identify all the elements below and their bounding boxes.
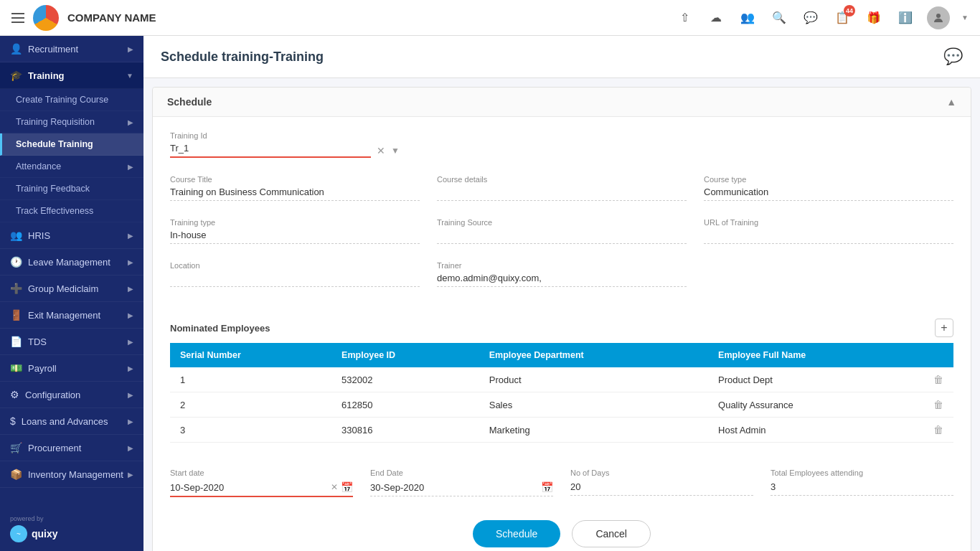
url-field: URL of Training [704,218,953,244]
config-icon: ⚙ [10,389,19,400]
sidebar-item-loans[interactable]: $ Loans and Advances ▶ [0,408,143,435]
table-header-row: Nominated Employees + [170,319,953,337]
cell-delete[interactable]: 🗑 [923,392,953,418]
trainer-value: demo.admin@quixy.com, [437,273,687,287]
training-type-value: In-house [170,230,420,244]
col-dept: Employee Department [479,343,708,367]
training-id-section: Training Id ✕ ▼ [170,131,953,158]
location-field: Location [170,261,420,287]
cell-delete[interactable]: 🗑 [923,367,953,392]
sidebar-item-inventory[interactable]: 📦 Inventory Management ▶ [0,461,143,488]
start-date-wrap: ✕ 📅 [170,481,353,497]
sidebar-label-exit: Exit Management [28,310,100,321]
cell-serial: 1 [170,367,331,392]
chevron-med-icon: ▶ [128,285,133,293]
chevron-leave-icon: ▶ [128,258,133,266]
hris-icon: 👥 [10,230,22,241]
quixy-logo: ~ quixy [10,525,133,542]
delete-row-icon[interactable]: 🗑 [933,374,943,385]
training-type-field: Training type In-house [170,218,420,244]
upload-icon[interactable]: ⇧ [674,8,694,28]
cell-empid: 612850 [331,392,479,418]
page-title: Schedule training-Training [161,50,324,65]
svg-point-0 [936,14,941,18]
training-id-row: ✕ ▼ [170,143,953,158]
chevron-payroll-icon: ▶ [128,364,133,372]
start-date-clear-icon[interactable]: ✕ [331,482,338,492]
chat-icon[interactable]: 💬 [801,8,821,28]
notifications-icon[interactable]: 📋 44 [832,8,852,28]
section-header: Schedule ▲ [153,88,971,117]
collapse-icon[interactable]: ▲ [946,96,956,108]
sidebar-item-training-req[interactable]: Training Requisition ▶ [0,111,143,133]
cell-name: Product Dept [708,367,923,392]
trainer-label: Trainer [437,261,687,270]
sidebar-item-mediclaim[interactable]: ➕ Group Mediclaim ▶ [0,276,143,302]
tds-icon: 📄 [10,336,22,347]
sidebar-item-track-effectiveness[interactable]: Track Effectiveness [0,200,143,222]
sidebar-item-schedule-training[interactable]: Schedule Training [0,133,143,156]
total-employees-value: 3 [771,481,953,496]
hamburger-menu[interactable] [11,13,24,23]
start-date-input[interactable] [170,482,328,493]
inventory-icon: 📦 [10,468,22,480]
no-of-days-value: 20 [570,481,753,496]
sidebar-item-procurement[interactable]: 🛒 Procurement ▶ [0,435,143,461]
start-date-label: Start date [170,468,353,477]
sidebar-item-training-feedback[interactable]: Training Feedback [0,178,143,200]
chat-bubble-icon[interactable]: 💬 [943,47,963,66]
col-serial: Serial Number [170,343,331,367]
schedule-button[interactable]: Schedule [473,520,560,547]
sidebar: 👤 Recruitment ▶ 🎓 Training ▼ Create Trai… [0,36,143,551]
no-of-days-field: No of Days 20 [570,468,753,496]
sidebar-label-track-effectiveness: Track Effectiveness [16,206,93,216]
cell-delete[interactable]: 🗑 [923,418,953,443]
training-id-clear-btn[interactable]: ✕ [377,145,385,156]
delete-row-icon[interactable]: 🗑 [933,399,943,410]
training-icon: 🎓 [10,70,22,81]
user-dropdown-icon[interactable]: ▼ [961,14,969,22]
training-id-dropdown-btn[interactable]: ▼ [391,146,400,156]
sidebar-label-attendance: Attendance [16,161,61,171]
url-value [704,230,953,244]
sidebar-item-training[interactable]: 🎓 Training ▼ [0,62,143,89]
end-date-input[interactable] [370,482,538,493]
cloud-icon[interactable]: ☁ [706,8,726,28]
course-type-field: Course type Communication [704,175,953,201]
end-date-wrap: 📅 [370,481,553,496]
employees-table: Serial Number Employee ID Employee Depar… [170,343,953,443]
col-name: Employee Full Name [708,343,923,367]
end-date-calendar-icon[interactable]: 📅 [541,481,553,493]
sidebar-item-leave[interactable]: 🕐 Leave Management ▶ [0,249,143,276]
cell-serial: 3 [170,418,331,443]
sidebar-item-attendance[interactable]: Attendance ▶ [0,156,143,178]
sidebar-item-recruitment[interactable]: 👤 Recruitment ▶ [0,36,143,62]
search-icon[interactable]: 🔍 [769,8,789,28]
sidebar-item-payroll[interactable]: 💵 Payroll ▶ [0,355,143,382]
cancel-button[interactable]: Cancel [572,520,651,547]
gift-icon[interactable]: 🎁 [864,8,884,28]
users-icon[interactable]: 👥 [738,8,758,28]
course-type-label: Course type [704,175,953,184]
course-details-field: Course details [437,175,687,201]
url-label: URL of Training [704,218,953,227]
add-row-button[interactable]: + [935,319,953,337]
sidebar-item-exit[interactable]: 🚪 Exit Management ▶ [0,302,143,329]
sidebar-label-procurement: Procurement [28,443,81,453]
training-id-input[interactable] [170,143,371,158]
chevron-exit-icon: ▶ [128,311,133,319]
sidebar-item-config[interactable]: ⚙ Configuration ▶ [0,382,143,408]
start-date-calendar-icon[interactable]: 📅 [341,481,353,493]
delete-row-icon[interactable]: 🗑 [933,424,943,435]
course-details-label: Course details [437,175,687,184]
sidebar-item-create-training[interactable]: Create Training Course [0,89,143,111]
content-area: Schedule training-Training 💬 Schedule ▲ … [143,36,980,551]
spacer-field [704,261,953,287]
sidebar-item-tds[interactable]: 📄 TDS ▶ [0,329,143,355]
info-icon[interactable]: ℹ️ [895,8,915,28]
user-avatar[interactable] [927,6,950,29]
course-title-label: Course Title [170,175,420,184]
sidebar-item-hris[interactable]: 👥 HRIS ▶ [0,222,143,249]
powered-by-text: powered by [10,515,133,522]
sidebar-label-mediclaim: Group Mediclaim [28,283,98,294]
